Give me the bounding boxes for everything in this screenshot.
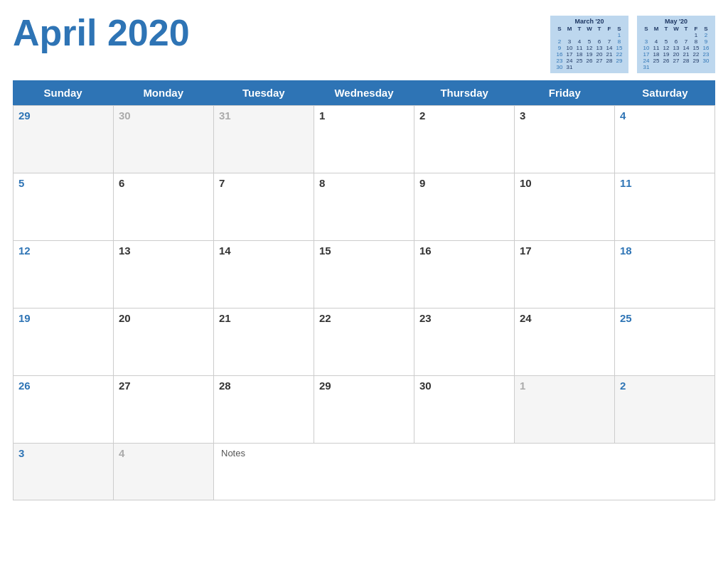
header-tuesday: Tuesday bbox=[213, 80, 314, 105]
day-cell: 17 bbox=[515, 241, 615, 308]
day-cell: 23 bbox=[414, 308, 515, 376]
day-number: 11 bbox=[620, 177, 710, 189]
header-saturday: Saturday bbox=[615, 80, 715, 105]
day-cell-notes-0: 3 bbox=[14, 444, 114, 500]
mini-cal-may: May '20SMTWTFS12345678910111213141516171… bbox=[637, 16, 715, 73]
mini-cal-march: March '20SMTWTFS123456789101112131415161… bbox=[550, 16, 628, 73]
week-row-2: 12131415161718 bbox=[14, 241, 715, 308]
page-header: April 2020 March '20SMTWTFS1234567891011… bbox=[13, 13, 715, 73]
day-number: 19 bbox=[18, 312, 108, 324]
day-cell: 12 bbox=[14, 241, 114, 308]
day-number: 4 bbox=[119, 447, 208, 459]
day-cell: 3 bbox=[515, 106, 615, 173]
day-cell: 4 bbox=[615, 106, 715, 173]
header-wednesday: Wednesday bbox=[314, 80, 414, 105]
day-number: 23 bbox=[419, 312, 509, 324]
week-row-0: 2930311234 bbox=[14, 106, 715, 173]
day-number: 12 bbox=[18, 245, 108, 257]
day-cell: 16 bbox=[414, 241, 515, 308]
day-number: 29 bbox=[18, 109, 108, 122]
day-cell: 24 bbox=[515, 308, 615, 376]
calendar: SundayMondayTuesdayWednesdayThursdayFrid… bbox=[13, 80, 715, 500]
day-number: 3 bbox=[18, 447, 108, 459]
day-cell: 9 bbox=[414, 173, 515, 241]
day-cell: 29 bbox=[14, 106, 114, 173]
day-cell: 1 bbox=[314, 106, 414, 173]
day-number: 8 bbox=[319, 177, 409, 189]
day-number: 15 bbox=[319, 245, 409, 257]
day-cell: 8 bbox=[314, 173, 414, 241]
day-cell: 27 bbox=[114, 376, 214, 444]
day-number: 4 bbox=[620, 109, 710, 122]
page-title: April 2020 bbox=[13, 13, 190, 53]
header-monday: Monday bbox=[113, 80, 213, 105]
day-cell: 29 bbox=[314, 376, 414, 444]
day-cell: 1 bbox=[515, 376, 615, 444]
day-cell: 15 bbox=[314, 241, 414, 308]
day-cell-notes-1: 4 bbox=[114, 444, 214, 500]
day-number: 14 bbox=[219, 245, 309, 257]
day-number: 5 bbox=[18, 177, 108, 189]
day-cell: 6 bbox=[114, 173, 214, 241]
day-cell: 30 bbox=[414, 376, 515, 444]
day-number: 17 bbox=[520, 245, 609, 257]
header-friday: Friday bbox=[515, 80, 615, 105]
day-number: 20 bbox=[119, 312, 208, 324]
header-sunday: Sunday bbox=[13, 80, 113, 105]
day-cell: 25 bbox=[615, 308, 715, 376]
day-cell: 10 bbox=[515, 173, 615, 241]
day-cell: 28 bbox=[214, 376, 314, 444]
mini-calendars: March '20SMTWTFS123456789101112131415161… bbox=[550, 16, 715, 73]
day-number: 30 bbox=[119, 109, 208, 122]
week-row-4: 262728293012 bbox=[14, 376, 715, 444]
day-cell: 14 bbox=[214, 241, 314, 308]
mini-cal-title-march: March '20 bbox=[555, 18, 624, 25]
day-cell: 20 bbox=[114, 308, 214, 376]
week-row-3: 19202122232425 bbox=[14, 308, 715, 376]
day-cell: 31 bbox=[214, 106, 314, 173]
day-cell: 19 bbox=[14, 308, 114, 376]
day-number: 1 bbox=[520, 380, 609, 392]
day-number: 9 bbox=[419, 177, 509, 189]
day-cell: 2 bbox=[414, 106, 515, 173]
day-number: 31 bbox=[219, 109, 309, 122]
day-number: 1 bbox=[319, 109, 409, 122]
day-cell: 26 bbox=[14, 376, 114, 444]
day-number: 26 bbox=[18, 380, 108, 392]
day-cell: 13 bbox=[114, 241, 214, 308]
day-cell: 21 bbox=[214, 308, 314, 376]
day-number: 13 bbox=[119, 245, 208, 257]
day-cell: 2 bbox=[615, 376, 715, 444]
day-number: 24 bbox=[520, 312, 609, 324]
day-number: 2 bbox=[620, 380, 710, 392]
day-cell: 30 bbox=[114, 106, 214, 173]
day-cell: 18 bbox=[615, 241, 715, 308]
day-number: 16 bbox=[419, 245, 509, 257]
day-cell: 5 bbox=[14, 173, 114, 241]
day-number: 25 bbox=[620, 312, 710, 324]
calendar-header: SundayMondayTuesdayWednesdayThursdayFrid… bbox=[13, 80, 715, 105]
week-row-1: 567891011 bbox=[14, 173, 715, 241]
day-number: 22 bbox=[319, 312, 409, 324]
header-thursday: Thursday bbox=[414, 80, 515, 105]
day-number: 3 bbox=[520, 109, 609, 122]
day-number: 30 bbox=[419, 380, 509, 392]
day-number: 21 bbox=[219, 312, 309, 324]
day-number: 6 bbox=[119, 177, 208, 189]
mini-cal-title-may: May '20 bbox=[641, 18, 711, 25]
day-number: 7 bbox=[219, 177, 309, 189]
day-number: 10 bbox=[520, 177, 609, 189]
day-number: 28 bbox=[219, 380, 309, 392]
day-cell: 7 bbox=[214, 173, 314, 241]
day-number: 18 bbox=[620, 245, 710, 257]
day-number: 29 bbox=[319, 380, 409, 392]
calendar-body: 2930311234567891011121314151617181920212… bbox=[13, 105, 715, 500]
day-cell: 22 bbox=[314, 308, 414, 376]
notes-row: 34Notes bbox=[14, 444, 715, 500]
notes-cell: Notes bbox=[214, 444, 715, 500]
day-number: 27 bbox=[119, 380, 208, 392]
day-number: 2 bbox=[419, 109, 509, 122]
day-cell: 11 bbox=[615, 173, 715, 241]
